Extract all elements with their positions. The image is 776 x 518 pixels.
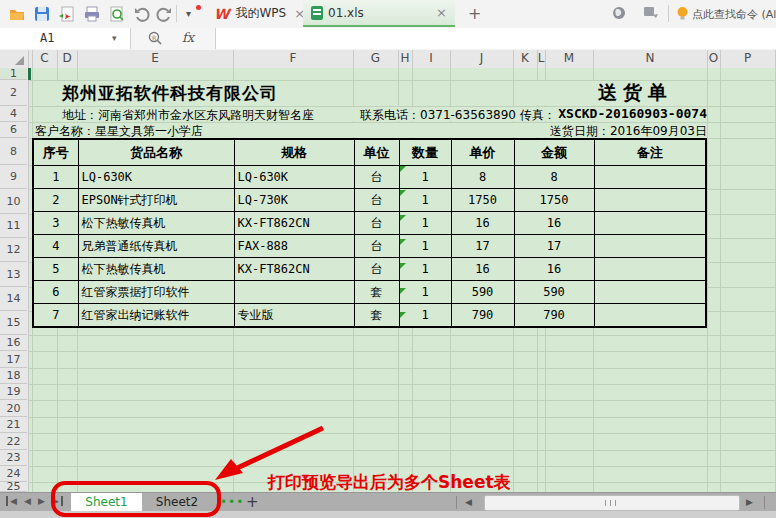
table-cell[interactable]: 16 bbox=[514, 258, 594, 281]
table-cell[interactable] bbox=[594, 166, 706, 189]
header-qty[interactable]: 数量 bbox=[399, 139, 451, 166]
table-cell[interactable]: 1750 bbox=[514, 189, 594, 212]
row-header-11[interactable]: 11 bbox=[0, 214, 27, 238]
insert-function-icon[interactable]: fx bbox=[182, 30, 194, 45]
row-header-4[interactable]: 4 bbox=[0, 106, 27, 122]
row-header-2[interactable]: 2 bbox=[0, 80, 27, 106]
pane-splitter[interactable] bbox=[456, 496, 457, 509]
column-header-P[interactable]: P bbox=[720, 51, 775, 65]
scroll-left-arrow[interactable]: ◀ bbox=[465, 497, 472, 507]
horizontal-scrollbar-thumb[interactable] bbox=[484, 495, 740, 511]
table-cell[interactable]: 松下热敏传真机 bbox=[78, 258, 234, 281]
first-sheet-button[interactable]: ◀ bbox=[6, 496, 17, 506]
pane-splitter[interactable] bbox=[764, 496, 765, 509]
column-header-J[interactable]: J bbox=[450, 51, 513, 65]
more-sheets-button[interactable]: ••• bbox=[220, 495, 244, 509]
row-header-9[interactable]: 9 bbox=[0, 165, 27, 189]
table-cell[interactable]: 1 bbox=[399, 258, 451, 281]
column-header-K[interactable]: K bbox=[513, 51, 537, 65]
table-cell[interactable]: 590 bbox=[451, 281, 514, 304]
table-cell[interactable]: 台 bbox=[354, 258, 399, 281]
tab-my-wps[interactable]: W 我的WPS × bbox=[208, 0, 311, 27]
add-sheet-button[interactable]: + bbox=[246, 493, 259, 511]
table-cell[interactable]: 1 bbox=[399, 166, 451, 189]
table-cell[interactable] bbox=[594, 304, 706, 328]
table-cell[interactable]: 松下热敏传真机 bbox=[78, 212, 234, 235]
table-cell[interactable] bbox=[594, 189, 706, 212]
table-cell[interactable]: 590 bbox=[514, 281, 594, 304]
table-cell[interactable]: 790 bbox=[451, 304, 514, 328]
table-cell[interactable] bbox=[594, 235, 706, 258]
table-cell[interactable]: FAX-888 bbox=[234, 235, 354, 258]
column-header-M[interactable]: M bbox=[545, 51, 593, 65]
header-remark[interactable]: 备注 bbox=[594, 139, 706, 166]
table-cell[interactable]: 16 bbox=[451, 258, 514, 281]
table-cell[interactable]: 兄弟普通纸传真机 bbox=[78, 235, 234, 258]
table-cell[interactable]: 1 bbox=[33, 166, 78, 189]
select-all-corner[interactable] bbox=[0, 50, 29, 68]
find-command-hint[interactable]: 点此查找命令 (Alt+ bbox=[692, 7, 776, 22]
column-header-D[interactable]: D bbox=[57, 51, 77, 65]
header-name[interactable]: 货品名称 bbox=[78, 139, 234, 166]
row-header-23[interactable]: 23 bbox=[0, 450, 27, 466]
tray-layout-icon[interactable] bbox=[643, 6, 659, 20]
header-price[interactable]: 单价 bbox=[451, 139, 514, 166]
column-header-L[interactable]: L bbox=[537, 51, 545, 65]
table-cell[interactable]: 红管家票据打印软件 bbox=[78, 281, 234, 304]
formula-input[interactable] bbox=[215, 28, 776, 49]
table-cell[interactable]: 8 bbox=[514, 166, 594, 189]
row-header-22[interactable]: 22 bbox=[0, 433, 27, 450]
table-cell[interactable]: 台 bbox=[354, 189, 399, 212]
table-cell[interactable]: 台 bbox=[354, 212, 399, 235]
namebox-caret-icon[interactable]: ▾ bbox=[112, 33, 117, 43]
spreadsheet-grid[interactable]: 郑州亚拓软件科技有限公司 送货单 地址：河南省郑州市金水区东风路明天财智名座 联… bbox=[0, 68, 776, 492]
table-cell[interactable]: 17 bbox=[451, 235, 514, 258]
table-cell[interactable]: 1 bbox=[399, 281, 451, 304]
scroll-right-arrow[interactable]: ▶ bbox=[746, 497, 753, 507]
magnifier-icon[interactable]: R bbox=[148, 31, 163, 46]
table-cell[interactable]: 1750 bbox=[451, 189, 514, 212]
header-spec[interactable]: 规格 bbox=[234, 139, 354, 166]
table-cell[interactable]: LQ-730K bbox=[234, 189, 354, 212]
table-cell[interactable] bbox=[594, 281, 706, 304]
column-header-E[interactable]: E bbox=[77, 51, 233, 65]
row-header-15[interactable]: 15 bbox=[0, 311, 27, 335]
column-header-N[interactable]: N bbox=[593, 51, 707, 65]
table-cell[interactable]: LQ-630K bbox=[234, 166, 354, 189]
theme-skin-icon[interactable] bbox=[612, 6, 626, 20]
row-header-14[interactable]: 14 bbox=[0, 287, 27, 311]
table-cell[interactable]: 7 bbox=[33, 304, 78, 328]
table-cell[interactable]: 4 bbox=[33, 235, 78, 258]
table-cell[interactable]: 5 bbox=[33, 258, 78, 281]
table-cell[interactable]: 17 bbox=[514, 235, 594, 258]
table-cell[interactable]: KX-FT862CN bbox=[234, 212, 354, 235]
redo-icon[interactable] bbox=[155, 5, 173, 23]
table-cell[interactable]: 16 bbox=[514, 212, 594, 235]
row-header-6[interactable]: 6 bbox=[0, 122, 27, 138]
header-seq[interactable]: 序号 bbox=[33, 139, 78, 166]
tab-01-xls[interactable]: 01.xls × bbox=[303, 0, 455, 27]
row-header-19[interactable]: 19 bbox=[0, 384, 27, 400]
row-header-13[interactable]: 13 bbox=[0, 262, 27, 287]
row-header-20[interactable]: 20 bbox=[0, 400, 27, 417]
save-icon[interactable] bbox=[33, 5, 51, 23]
table-cell[interactable]: 790 bbox=[514, 304, 594, 328]
row-header-10[interactable]: 10 bbox=[0, 189, 27, 214]
column-header-G[interactable]: G bbox=[353, 51, 398, 65]
column-header-C[interactable]: C bbox=[32, 51, 57, 65]
prev-sheet-button[interactable]: ◀ bbox=[24, 496, 31, 506]
table-cell[interactable]: 1 bbox=[399, 212, 451, 235]
table-cell[interactable] bbox=[594, 258, 706, 281]
row-header-8[interactable]: 8 bbox=[0, 138, 27, 165]
close-tab-icon[interactable]: × bbox=[436, 5, 447, 20]
row-header-16[interactable]: 16 bbox=[0, 335, 27, 351]
column-header-F[interactable]: F bbox=[233, 51, 353, 65]
table-cell[interactable] bbox=[594, 212, 706, 235]
table-cell[interactable]: 1 bbox=[399, 304, 451, 328]
open-folder-icon[interactable] bbox=[8, 5, 26, 23]
table-cell[interactable]: LQ-630K bbox=[78, 166, 234, 189]
column-header-I[interactable]: I bbox=[412, 51, 450, 65]
header-unit[interactable]: 单位 bbox=[354, 139, 399, 166]
print-icon[interactable] bbox=[83, 5, 101, 23]
new-tab-button[interactable]: + bbox=[468, 4, 481, 23]
